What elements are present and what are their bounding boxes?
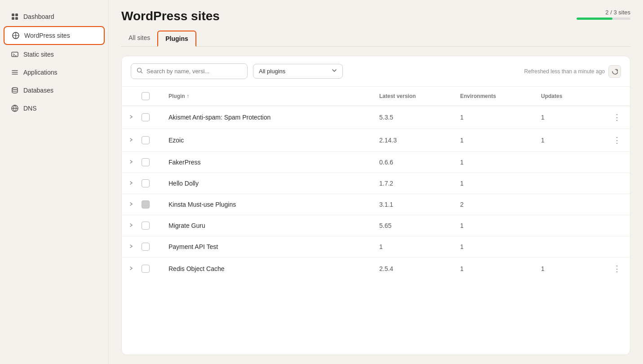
row-expand[interactable] [122,129,140,152]
row-checkbox[interactable] [142,179,150,187]
row-checkbox[interactable] [142,158,150,166]
sidebar-item-databases[interactable]: Databases [4,82,105,99]
table-row: Akismet Anti-spam: Spam Protection 5.3.5… [122,106,630,129]
row-expand[interactable] [122,194,140,215]
th-plugin: Plugin ↑ [160,87,370,106]
refresh-text: Refreshed less than a minute ago [524,68,605,75]
wordpress-icon [12,31,20,40]
main-content: WordPress sites 2 / 3 sites All sites Pl… [109,0,643,364]
static-sites-icon [11,50,19,58]
sidebar-item-applications[interactable]: Applications [4,64,105,81]
plugin-name: Ezoic [160,129,370,152]
th-version: Latest version [370,87,451,106]
th-expand [122,87,140,106]
refresh-button[interactable] [608,65,621,78]
plugin-name: Payment API Test [160,236,370,257]
plugin-updates: 1 [532,129,604,152]
row-checkbox[interactable] [142,222,150,230]
row-expand[interactable] [122,257,140,280]
applications-icon [11,68,19,76]
row-expand[interactable] [122,106,140,129]
row-checkbox[interactable] [142,265,150,273]
row-actions-menu[interactable]: ⋮ [613,136,621,145]
sidebar-item-applications-label: Applications [23,69,58,76]
plugin-version: 5.3.5 [370,106,451,129]
sites-progress-fill [576,18,612,20]
plugin-name: Redis Object Cache [160,257,370,280]
plugin-updates: 1 [532,106,604,129]
svg-rect-2 [12,17,14,20]
plugin-updates: 1 [532,257,604,280]
plugin-environments: 1 [451,129,532,152]
table-row: Hello Dolly 1.7.2 1 [122,173,630,194]
plugin-updates [532,194,604,215]
sidebar-item-dns[interactable]: DNS [4,100,105,117]
search-box[interactable] [131,63,248,79]
th-check [140,87,160,106]
row-checkbox[interactable] [142,113,150,121]
sidebar-item-wordpress-label: WordPress sites [24,32,70,39]
chevron-down-icon [332,68,337,75]
sidebar-item-wordpress-sites[interactable]: WordPress sites [4,26,105,45]
th-updates: Updates [532,87,604,106]
table-container: Plugin ↑ Latest version Environments Upd… [122,87,630,355]
plugin-environments: 1 [451,173,532,194]
refresh-info: Refreshed less than a minute ago [524,65,621,78]
sites-progress-bar [576,18,630,20]
table-row: Migrate Guru 5.65 1 [122,215,630,236]
sidebar-item-dashboard[interactable]: Dashboard [4,8,105,25]
sidebar-item-databases-label: Databases [23,87,53,94]
plugin-name: Migrate Guru [160,215,370,236]
plugin-name: Kinsta Must-use Plugins [160,194,370,215]
plugin-environments: 1 [451,106,532,129]
dns-icon [11,104,19,112]
tab-plugins[interactable]: Plugins [157,31,196,47]
svg-point-6 [12,88,18,89]
row-expand[interactable] [122,215,140,236]
sidebar-item-dns-label: DNS [23,105,37,112]
plugin-updates [532,152,604,173]
tab-all-sites[interactable]: All sites [121,31,157,47]
sidebar-item-static-sites[interactable]: Static sites [4,46,105,63]
plugins-table: Plugin ↑ Latest version Environments Upd… [122,87,630,280]
sidebar-item-static-label: Static sites [23,51,54,58]
row-checkbox[interactable] [142,243,150,251]
plugin-version: 2.5.4 [370,257,451,280]
header-checkbox[interactable] [142,92,150,100]
row-expand[interactable] [122,236,140,257]
page-title: WordPress sites [121,9,220,23]
row-checkbox[interactable] [142,200,150,209]
sites-counter: 2 / 3 sites [576,9,630,20]
sidebar: Dashboard WordPress sites Static sites A… [0,0,109,364]
row-actions-menu[interactable]: ⋮ [613,264,621,273]
table-row: Kinsta Must-use Plugins 3.1.1 2 [122,194,630,215]
plugin-name: Hello Dolly [160,173,370,194]
sites-count-label: 2 / 3 sites [605,9,630,16]
svg-rect-3 [15,17,18,20]
search-icon [137,67,143,75]
row-actions-menu[interactable]: ⋮ [613,113,621,122]
table-header-row: Plugin ↑ Latest version Environments Upd… [122,87,630,106]
databases-icon [11,86,19,94]
plugin-updates [532,215,604,236]
plugin-version: 1.7.2 [370,173,451,194]
dashboard-icon [11,13,19,21]
plugin-version: 3.1.1 [370,194,451,215]
tabs: All sites Plugins [121,31,630,47]
row-expand[interactable] [122,152,140,173]
row-checkbox[interactable] [142,136,150,144]
row-expand[interactable] [122,173,140,194]
filter-dropdown[interactable]: All plugins [253,64,343,79]
plugin-name: FakerPress [160,152,370,173]
toolbar: All plugins Refreshed less than a minute… [122,56,630,87]
search-input[interactable] [146,68,242,75]
plugin-environments: 1 [451,257,532,280]
plugin-environments: 1 [451,236,532,257]
content-card: All plugins Refreshed less than a minute… [121,56,630,355]
plugin-name: Akismet Anti-spam: Spam Protection [160,106,370,129]
plugin-updates [532,173,604,194]
th-environments: Environments [451,87,532,106]
plugin-environments: 1 [451,152,532,173]
table-row: FakerPress 0.6.6 1 [122,152,630,173]
plugin-environments: 1 [451,215,532,236]
